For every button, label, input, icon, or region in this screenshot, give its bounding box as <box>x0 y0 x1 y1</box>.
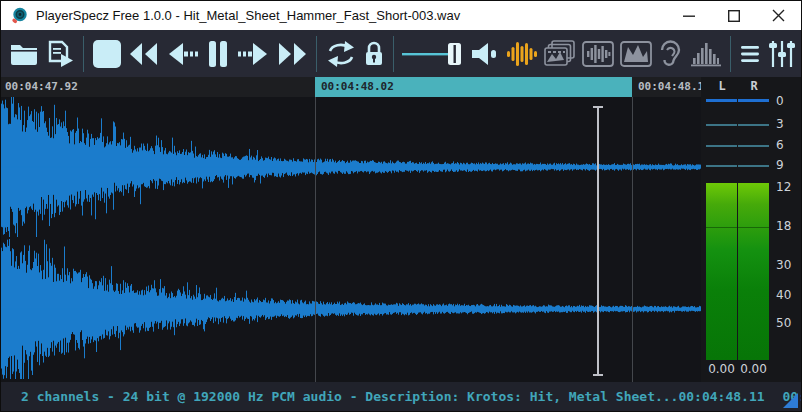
timeline-selection-time: 00:04:48.02 <box>321 80 394 93</box>
spectrum-view-button[interactable] <box>617 33 655 75</box>
main-area: 00:04:47.92 00:04:48.02 00:04:48.12 L R … <box>1 77 801 382</box>
close-button[interactable] <box>756 1 801 30</box>
loop-button[interactable] <box>322 33 360 75</box>
selection-end-line <box>632 97 633 382</box>
lock-button[interactable] <box>360 33 388 75</box>
listen-button[interactable] <box>655 33 687 75</box>
loop-icon <box>325 41 357 67</box>
stop-button[interactable] <box>89 33 125 75</box>
meter-tick-line <box>738 124 769 126</box>
folder-icon <box>9 41 39 67</box>
status-position-time: 00:04:48.11 <box>678 389 764 404</box>
multi-view-button[interactable] <box>541 33 579 75</box>
toolbar: ? i <box>1 30 801 77</box>
meter-right-value: 0.00 <box>738 362 769 376</box>
fast-forward-icon <box>276 42 308 66</box>
meter-tick-line <box>706 99 737 102</box>
menu-button[interactable] <box>736 33 764 75</box>
timeline-ruler[interactable]: 00:04:47.92 00:04:48.02 00:04:48.12 <box>1 77 701 97</box>
meter-scale-label: 3 <box>776 117 784 131</box>
timeline-left-time: 00:04:47.92 <box>5 80 78 93</box>
framed-waveform-icon <box>582 40 614 68</box>
app-window: PlayerSpecz Free 1.0.0 - Hit_Metal_Sheet… <box>0 0 802 412</box>
speaker-button[interactable] <box>467 33 503 75</box>
toolbar-separator <box>393 36 394 72</box>
minimize-icon <box>683 10 695 22</box>
volume-slider[interactable] <box>399 33 467 75</box>
step-back-icon <box>166 42 200 66</box>
meter-scale-label: 40 <box>776 288 791 302</box>
step-forward-button[interactable] <box>233 33 273 75</box>
open-file-button[interactable] <box>6 33 42 75</box>
status-info: 2 channels - 24 bit @ 192000 Hz PCM audi… <box>21 389 678 404</box>
open-playlist-button[interactable] <box>42 33 78 75</box>
status-bar: 2 channels - 24 bit @ 192000 Hz PCM audi… <box>1 382 801 411</box>
meter-tick-line <box>706 145 737 147</box>
meter-bar-right <box>738 183 769 360</box>
playhead-bottom-cap <box>593 374 603 376</box>
mixer-button[interactable] <box>764 33 800 75</box>
spectrum-icon <box>620 40 652 68</box>
waveform-view-button[interactable] <box>503 33 541 75</box>
toolbar-separator <box>83 36 84 72</box>
window-title: PlayerSpecz Free 1.0.0 - Hit_Metal_Sheet… <box>36 8 460 23</box>
level-meter-panel: L R 03691218304050 0.00 0.00 <box>701 77 802 382</box>
meter-bar-left <box>706 183 737 360</box>
lock-icon <box>363 40 385 68</box>
meter-tick-line <box>738 145 769 147</box>
speaker-icon <box>470 42 500 66</box>
playhead-cursor[interactable] <box>597 106 599 376</box>
meter-tick-line <box>738 165 769 167</box>
pause-button[interactable] <box>203 33 233 75</box>
meter-scale-label: 30 <box>776 258 791 272</box>
layers-icon <box>544 40 576 68</box>
fast-forward-button[interactable] <box>273 33 311 75</box>
meter-scale-label: 0 <box>776 94 784 108</box>
file-play-icon <box>45 40 75 68</box>
selection-start-line <box>315 97 316 382</box>
waveform-display[interactable] <box>1 97 701 382</box>
meter-scale-label: 18 <box>776 219 791 233</box>
waveform-canvas[interactable] <box>1 97 701 382</box>
meter-scale-label: 9 <box>776 158 784 172</box>
sliders-icon <box>767 39 797 69</box>
waveform-icon <box>506 40 538 68</box>
meter-scale-label: 50 <box>776 316 791 330</box>
meter-scale-label: 12 <box>776 180 791 194</box>
close-icon <box>772 9 785 22</box>
app-icon <box>10 7 28 25</box>
resize-grip[interactable] <box>783 393 798 408</box>
rewind-button[interactable] <box>125 33 163 75</box>
meter-scale-label: 6 <box>776 138 784 152</box>
meter-left-label: L <box>713 79 731 93</box>
minimize-button[interactable] <box>666 1 711 30</box>
meter-right-label: R <box>745 79 763 93</box>
maximize-icon <box>728 10 740 22</box>
toolbar-separator <box>316 36 317 72</box>
rewind-icon <box>128 42 160 66</box>
stop-icon <box>92 39 122 69</box>
timeline-right-time: 00:04:48.12 <box>638 80 711 93</box>
ear-icon <box>658 40 684 68</box>
toolbar-separator <box>730 36 731 72</box>
wave-frame-view-button[interactable] <box>579 33 617 75</box>
meter-left-value: 0.00 <box>706 362 737 376</box>
meter-tick-line <box>738 99 769 102</box>
step-back-button[interactable] <box>163 33 203 75</box>
histogram-view-button[interactable] <box>687 33 725 75</box>
step-forward-icon <box>236 42 270 66</box>
maximize-button[interactable] <box>711 1 756 30</box>
playhead-top-cap <box>593 106 603 108</box>
title-bar: PlayerSpecz Free 1.0.0 - Hit_Metal_Sheet… <box>1 1 801 30</box>
pause-icon <box>206 40 230 68</box>
histogram-icon <box>690 40 722 68</box>
meter-tick-line <box>706 165 737 167</box>
window-controls <box>666 1 801 30</box>
meter-tick-line <box>706 124 737 126</box>
menu-icon <box>739 44 761 64</box>
volume-slider-icon <box>402 41 464 67</box>
